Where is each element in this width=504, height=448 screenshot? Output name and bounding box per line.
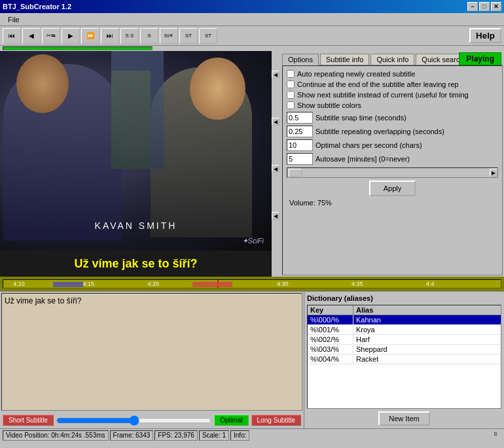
- scrollbar-thumb[interactable]: [289, 169, 302, 177]
- overlap-label: Subtitle repeating overlapping (seconds): [315, 128, 444, 135]
- toolbar-st1[interactable]: ST: [179, 28, 198, 44]
- timeline[interactable]: 4:10 4:15 4:20 4:25 4:30 4:35 4:4: [0, 277, 504, 291]
- timeline-label-6: 4:4: [426, 281, 435, 287]
- minimize-button[interactable]: −: [467, 2, 478, 11]
- toolbar-next[interactable]: ⏩: [81, 28, 99, 44]
- playing-badge: Playing: [459, 52, 501, 65]
- apply-button[interactable]: Apply: [369, 181, 416, 196]
- status-info: Info:: [230, 430, 249, 441]
- dict-header: Key Alias: [308, 305, 501, 315]
- toolbar: ⏮ ◀ ✂⇆ ▶ ⏩ ⏭ S S S SI✕ ST ST Help: [0, 26, 504, 46]
- resize-grip[interactable]: ⠿: [494, 432, 501, 439]
- dictionary-panel: Dictionary (aliases) Key Alias %\000/% K…: [304, 292, 504, 428]
- checkbox-label-4: Show subtitle colors: [297, 101, 361, 109]
- dict-row-4[interactable]: %\004/% Racket: [308, 354, 501, 364]
- actor-name: KAVAN SMITH: [95, 220, 177, 231]
- tab-options[interactable]: Options: [282, 54, 319, 65]
- menu-bar: File: [0, 13, 504, 26]
- dict-col-alias: Alias: [353, 305, 376, 315]
- right-panel: Playing ◀ ◀ ◀ ◀ Options Subtitle info Qu…: [272, 51, 504, 277]
- toolbar-prev[interactable]: ◀: [22, 28, 41, 44]
- input-row-overlap: 0.25 Subtitle repeating overlapping (sec…: [287, 126, 498, 137]
- toolbar-play[interactable]: ▶: [62, 28, 80, 44]
- scrollbar-right-arrow[interactable]: ▶: [490, 169, 497, 177]
- checkbox-auto-repeat[interactable]: [287, 70, 295, 78]
- autosave-label: Autosave [minutes] (0=never): [315, 155, 410, 163]
- toolbar-cut[interactable]: ✂⇆: [42, 28, 60, 44]
- dict-cell-key-0: %\000/%: [308, 315, 353, 324]
- tab-quick-info[interactable]: Quick info: [370, 54, 414, 65]
- input-row-chars: 10 Optimal chars per second (chars): [287, 139, 498, 151]
- horizontal-scrollbar[interactable]: ▶: [287, 167, 498, 178]
- toolbar-begin[interactable]: ⏮: [3, 28, 21, 44]
- checkbox-row-2: Continue at the end of the subtitle afte…: [287, 80, 498, 88]
- options-panel: Auto repeating newly created subtitle Co…: [282, 65, 503, 275]
- status-bar: Video Position: 0h:4m:24s .553ms Frame: …: [0, 428, 504, 441]
- subtitle-length-slider[interactable]: [56, 417, 211, 424]
- optimal-button[interactable]: Optimal: [214, 415, 248, 426]
- dict-cell-alias-2: Harf: [353, 335, 501, 344]
- main-area: KAVAN SMITH ✦SciFi Už víme jak se to šíř…: [0, 51, 504, 277]
- title-bar: BTJ_SubCreator 1.2 − □ ✕: [0, 0, 504, 13]
- dict-row-1[interactable]: %\001/% Kroya: [308, 325, 501, 335]
- dict-cell-key-1: %\001/%: [308, 325, 353, 334]
- status-frame: Frame: 6343: [110, 430, 154, 441]
- title-bar-buttons: − □ ✕: [467, 2, 501, 11]
- video-subtitle-text: Už víme jak se to šíří?: [74, 257, 197, 271]
- checkbox-label-1: Auto repeating newly created subtitle: [297, 70, 415, 78]
- toolbar-end[interactable]: ⏭: [101, 28, 119, 44]
- video-display: KAVAN SMITH ✦SciFi: [0, 51, 272, 250]
- maximize-button[interactable]: □: [479, 2, 490, 11]
- dict-col-key: Key: [308, 305, 353, 315]
- toolbar-st2[interactable]: ST: [199, 28, 217, 44]
- dict-row-2[interactable]: %\002/% Harf: [308, 335, 501, 345]
- timeline-track[interactable]: 4:10 4:15 4:20 4:25 4:30 4:35 4:4: [3, 279, 501, 288]
- timeline-label-1: 4:15: [83, 281, 95, 287]
- input-row-snap: 0.5 Subtitle snap time (seconds): [287, 112, 498, 124]
- video-panel: KAVAN SMITH ✦SciFi Už víme jak se to šíř…: [0, 51, 272, 277]
- subtitle-controls: Short Subtitle Optimal Long Subtitle: [1, 413, 302, 427]
- person-head-left: [16, 54, 69, 113]
- collapse-arrow-3[interactable]: ◀: [272, 165, 279, 173]
- checkbox-row-4: Show subtitle colors: [287, 101, 498, 109]
- collapse-arrow-4[interactable]: ◀: [272, 212, 279, 220]
- toolbar-slow[interactable]: S S: [120, 28, 139, 44]
- toolbar-si[interactable]: SI✕: [160, 28, 178, 44]
- snap-time-input[interactable]: 0.5: [287, 112, 313, 124]
- window-title: BTJ_SubCreator 1.2: [3, 3, 71, 10]
- checkbox-show-colors[interactable]: [287, 101, 295, 109]
- help-button[interactable]: Help: [469, 28, 501, 43]
- timeline-label-4: 4:30: [277, 281, 289, 287]
- progress-bar-container: [0, 46, 504, 51]
- close-button[interactable]: ✕: [491, 2, 501, 11]
- menu-file[interactable]: File: [3, 14, 25, 25]
- long-subtitle-button[interactable]: Long Subtitle: [251, 415, 301, 426]
- new-item-button[interactable]: New Item: [378, 411, 429, 426]
- input-row-autosave: 5 Autosave [minutes] (0=never): [287, 153, 498, 165]
- person-head-right: [190, 58, 245, 120]
- checkbox-show-next[interactable]: [287, 91, 295, 99]
- timeline-label-5: 4:35: [351, 281, 363, 287]
- checkbox-row-3: Show next subtitle instead of current (u…: [287, 91, 498, 99]
- dict-row-3[interactable]: %\003/% Sheppard: [308, 345, 501, 354]
- tab-subtitle-info[interactable]: Subtitle info: [320, 54, 369, 65]
- checkbox-row-1: Auto repeating newly created subtitle: [287, 70, 498, 78]
- short-subtitle-button[interactable]: Short Subtitle: [3, 415, 54, 426]
- dictionary-title: Dictionary (aliases): [307, 294, 501, 302]
- overlap-input[interactable]: 0.25: [287, 126, 313, 137]
- checkbox-continue[interactable]: [287, 80, 295, 88]
- autosave-input[interactable]: 5: [287, 153, 313, 165]
- dict-cell-alias-3: Sheppard: [353, 345, 501, 354]
- dict-row-0[interactable]: %\000/% Kahnan: [308, 315, 501, 325]
- status-fps: FPS: 23,976: [154, 430, 198, 441]
- right-panel-inner: Options Subtitle info Quick info Quick s…: [282, 52, 503, 275]
- timeline-label-2: 4:20: [147, 281, 159, 287]
- dict-cell-key-2: %\002/%: [308, 335, 353, 344]
- collapse-arrow-2[interactable]: ◀: [272, 118, 279, 126]
- status-scale: Scale: 1: [199, 430, 229, 441]
- toolbar-s[interactable]: S: [140, 28, 158, 44]
- bottom-area: Už vime jak se to šíři? Short Subtitle O…: [0, 291, 504, 428]
- subtitle-editor[interactable]: Už vime jak se to šíři?: [1, 293, 302, 411]
- collapse-arrow-1[interactable]: ◀: [272, 71, 279, 78]
- chars-input[interactable]: 10: [287, 139, 313, 151]
